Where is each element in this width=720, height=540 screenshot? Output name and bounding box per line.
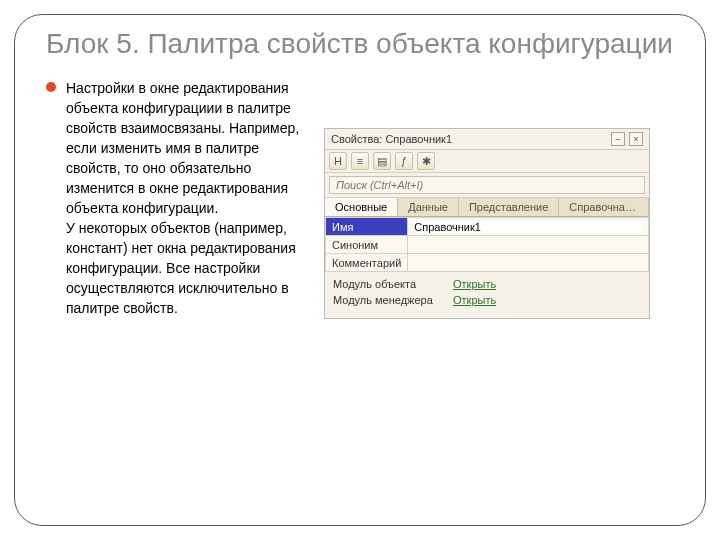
toolbar-btn-2[interactable]: ▤ xyxy=(373,152,391,170)
properties-palette: Свойства: Справочник1 – × H ≡ ▤ ƒ ✱ Осно… xyxy=(324,128,650,319)
tab-presentation[interactable]: Представление xyxy=(459,198,559,216)
open-link[interactable]: Открыть xyxy=(453,294,496,306)
link-label: Модуль объекта xyxy=(333,278,443,290)
titlebar: Свойства: Справочник1 – × xyxy=(325,129,649,150)
pin-button[interactable]: – xyxy=(611,132,625,146)
table-row: Комментарий xyxy=(326,254,649,272)
tab-data[interactable]: Данные xyxy=(398,198,459,216)
row-label-synonym: Синоним xyxy=(326,236,408,254)
toolbar: H ≡ ▤ ƒ ✱ xyxy=(325,150,649,173)
table-row: Имя xyxy=(326,218,649,236)
tab-main[interactable]: Основные xyxy=(325,198,398,216)
toolbar-btn-4[interactable]: ✱ xyxy=(417,152,435,170)
close-button[interactable]: × xyxy=(629,132,643,146)
properties-table: Имя Синоним Комментарий xyxy=(325,217,649,272)
row-label-comment: Комментарий xyxy=(326,254,408,272)
row-input-name[interactable] xyxy=(414,221,642,233)
link-row-manager-module: Модуль менеджера Открыть xyxy=(333,294,641,306)
module-links: Модуль объекта Открыть Модуль менеджера … xyxy=(325,272,649,318)
link-row-object-module: Модуль объекта Открыть xyxy=(333,278,641,290)
tab-help[interactable]: Справочная инфор... xyxy=(559,198,649,216)
titlebar-text: Свойства: Справочник1 xyxy=(331,133,607,145)
tabs: Основные Данные Представление Справочная… xyxy=(325,198,649,217)
slide-title: Блок 5. Палитра свойств объекта конфигур… xyxy=(46,28,682,60)
searchbar xyxy=(325,173,649,198)
row-input-synonym[interactable] xyxy=(414,239,642,251)
slide-content: Блок 5. Палитра свойств объекта конфигур… xyxy=(46,28,682,319)
bullet-item: Настройки в окне редактирования объекта … xyxy=(46,78,306,319)
search-input[interactable] xyxy=(329,176,645,194)
toolbar-btn-0[interactable]: H xyxy=(329,152,347,170)
link-label: Модуль менеджера xyxy=(333,294,443,306)
row-label-name: Имя xyxy=(326,218,408,236)
row-input-comment[interactable] xyxy=(414,257,642,269)
table-row: Синоним xyxy=(326,236,649,254)
bullet-icon xyxy=(46,82,56,92)
open-link[interactable]: Открыть xyxy=(453,278,496,290)
bullet-text: Настройки в окне редактирования объекта … xyxy=(66,78,306,319)
toolbar-btn-3[interactable]: ƒ xyxy=(395,152,413,170)
toolbar-btn-1[interactable]: ≡ xyxy=(351,152,369,170)
